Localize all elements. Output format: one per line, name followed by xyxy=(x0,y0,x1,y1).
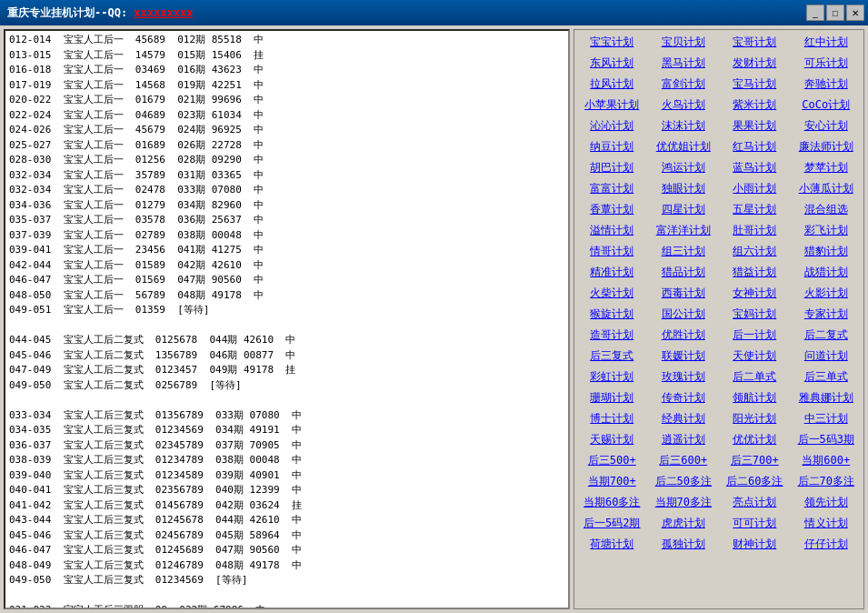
link-item[interactable]: 沁沁计划 xyxy=(576,116,648,136)
link-item[interactable]: 优优姐计划 xyxy=(648,136,720,157)
link-item[interactable]: 鸿运计划 xyxy=(648,157,720,178)
link-item[interactable]: 后二复式 xyxy=(791,325,863,346)
link-item[interactable]: 独眼计划 xyxy=(648,178,720,199)
link-item[interactable]: 西毒计划 xyxy=(648,283,720,304)
link-item[interactable]: 小苹果计划 xyxy=(576,95,648,116)
link-item[interactable]: 问道计划 xyxy=(791,346,863,367)
link-item[interactable]: 香蕈计划 xyxy=(576,199,648,220)
link-item[interactable]: 女神计划 xyxy=(719,283,791,304)
link-item[interactable]: 猎豹计划 xyxy=(791,241,863,262)
link-item[interactable]: 经典计划 xyxy=(648,408,720,429)
link-item[interactable]: 传奇计划 xyxy=(648,387,720,408)
link-item[interactable]: 紫米计划 xyxy=(719,95,791,116)
link-item[interactable]: 财神计划 xyxy=(719,534,791,555)
link-item[interactable]: 果果计划 xyxy=(719,116,791,136)
link-item[interactable]: 国公计划 xyxy=(648,304,720,325)
link-item[interactable]: 红中计划 xyxy=(791,32,863,53)
link-item[interactable]: 宝妈计划 xyxy=(719,304,791,325)
link-item[interactable]: 组三计划 xyxy=(648,241,720,262)
link-item[interactable]: 梦苹计划 xyxy=(791,157,863,178)
link-item[interactable]: 后二70多注 xyxy=(791,471,863,492)
link-item[interactable]: 溢情计划 xyxy=(576,220,648,241)
link-item[interactable]: 后三500+ xyxy=(576,450,648,471)
link-item[interactable]: 宝贝计划 xyxy=(648,32,720,53)
link-item[interactable]: 拉风计划 xyxy=(576,74,648,95)
link-item[interactable]: 宝哥计划 xyxy=(719,32,791,53)
link-item[interactable]: 猎益计划 xyxy=(719,262,791,283)
link-item[interactable]: 雅典娜计划 xyxy=(791,387,863,408)
link-item[interactable]: 猴旋计划 xyxy=(576,304,648,325)
link-item[interactable]: 四星计划 xyxy=(648,199,720,220)
text-content[interactable]: 012-014 宝宝人工后一 45689 012期 85518 中 013-01… xyxy=(5,31,568,608)
link-item[interactable]: 后三600+ xyxy=(648,450,720,471)
link-item[interactable]: 荷塘计划 xyxy=(576,534,648,555)
link-item[interactable]: 宝马计划 xyxy=(719,74,791,95)
link-item[interactable]: 富洋洋计划 xyxy=(648,220,720,241)
link-item[interactable]: 后二单式 xyxy=(719,367,791,387)
link-item[interactable]: 纳豆计划 xyxy=(576,136,648,157)
link-item[interactable]: 优优计划 xyxy=(719,429,791,450)
close-button[interactable]: ✕ xyxy=(846,5,864,21)
link-item[interactable]: 后二50多注 xyxy=(648,471,720,492)
link-item[interactable]: 珊瑚计划 xyxy=(576,387,648,408)
link-item[interactable]: 五星计划 xyxy=(719,199,791,220)
link-item[interactable]: 领先计划 xyxy=(791,492,863,513)
link-item[interactable]: 沫沫计划 xyxy=(648,116,720,136)
link-item[interactable]: 猎品计划 xyxy=(648,262,720,283)
link-item[interactable]: 小雨计划 xyxy=(719,178,791,199)
link-item[interactable]: 胡巴计划 xyxy=(576,157,648,178)
link-item[interactable]: 奔驰计划 xyxy=(791,74,863,95)
link-item[interactable]: 虎虎计划 xyxy=(648,513,720,534)
link-item[interactable]: 仔仔计划 xyxy=(791,534,863,555)
link-item[interactable]: 火鸟计划 xyxy=(648,95,720,116)
link-item[interactable]: 精准计划 xyxy=(576,262,648,283)
link-item[interactable]: 可可计划 xyxy=(719,513,791,534)
link-item[interactable]: 可乐计划 xyxy=(791,53,863,74)
link-item[interactable]: 发财计划 xyxy=(719,53,791,74)
link-item[interactable]: 优胜计划 xyxy=(648,325,720,346)
link-item[interactable]: 火影计划 xyxy=(791,283,863,304)
link-item[interactable]: 天使计划 xyxy=(719,346,791,367)
link-item[interactable]: 当期70多注 xyxy=(648,492,720,513)
link-item[interactable]: 天赐计划 xyxy=(576,429,648,450)
link-item[interactable]: 当期60多注 xyxy=(576,492,648,513)
link-item[interactable]: 亮点计划 xyxy=(719,492,791,513)
link-item[interactable]: 混合组选 xyxy=(791,199,863,220)
link-item[interactable]: 富剑计划 xyxy=(648,74,720,95)
link-item[interactable]: 红马计划 xyxy=(719,136,791,157)
link-item[interactable]: 后三复式 xyxy=(576,346,648,367)
link-item[interactable]: CoCo计划 xyxy=(791,95,863,116)
link-item[interactable]: 孤独计划 xyxy=(648,534,720,555)
link-item[interactable]: 宝宝计划 xyxy=(576,32,648,53)
link-item[interactable]: 造哥计划 xyxy=(576,325,648,346)
link-item[interactable]: 后三单式 xyxy=(791,367,863,387)
link-item[interactable]: 博士计划 xyxy=(576,408,648,429)
link-item[interactable]: 廉法师计划 xyxy=(791,136,863,157)
link-item[interactable]: 组六计划 xyxy=(719,241,791,262)
link-item[interactable]: 后一计划 xyxy=(719,325,791,346)
link-item[interactable]: 后二60多注 xyxy=(719,471,791,492)
link-item[interactable]: 当期600+ xyxy=(791,450,863,471)
link-item[interactable]: 当期700+ xyxy=(576,471,648,492)
link-item[interactable]: 蓝鸟计划 xyxy=(719,157,791,178)
link-item[interactable]: 安心计划 xyxy=(791,116,863,136)
qq-link[interactable]: xxxxxxxxx xyxy=(134,6,193,19)
link-item[interactable]: 联媛计划 xyxy=(648,346,720,367)
link-item[interactable]: 领航计划 xyxy=(719,387,791,408)
link-item[interactable]: 火柴计划 xyxy=(576,283,648,304)
link-item[interactable]: 小薄瓜计划 xyxy=(791,178,863,199)
link-item[interactable]: 阳光计划 xyxy=(719,408,791,429)
link-item[interactable]: 后三700+ xyxy=(719,450,791,471)
link-item[interactable]: 情义计划 xyxy=(791,513,863,534)
link-item[interactable]: 后一5码2期 xyxy=(576,513,648,534)
link-item[interactable]: 肚哥计划 xyxy=(719,220,791,241)
minimize-button[interactable]: _ xyxy=(806,5,824,21)
link-item[interactable]: 东风计划 xyxy=(576,53,648,74)
link-item[interactable]: 情哥计划 xyxy=(576,241,648,262)
link-item[interactable]: 后一5码3期 xyxy=(791,429,863,450)
link-item[interactable]: 玫瑰计划 xyxy=(648,367,720,387)
link-item[interactable]: 彩飞计划 xyxy=(791,220,863,241)
link-item[interactable]: 黑马计划 xyxy=(648,53,720,74)
maximize-button[interactable]: □ xyxy=(826,5,844,21)
link-item[interactable]: 逍遥计划 xyxy=(648,429,720,450)
